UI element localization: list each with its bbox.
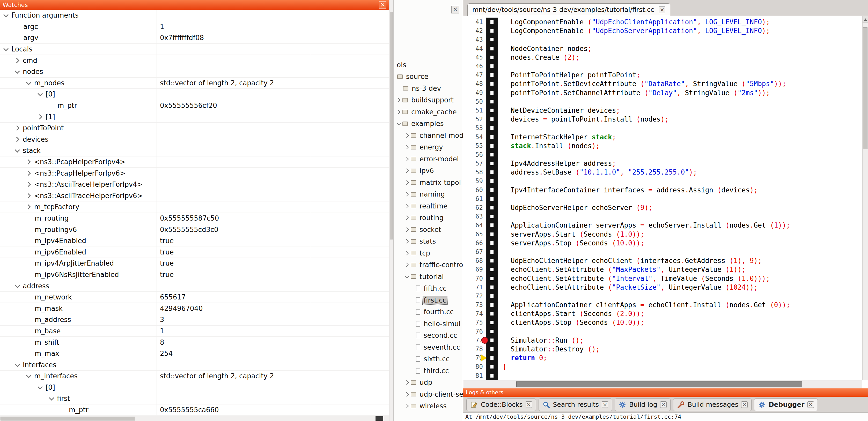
tree-item-energy[interactable]: energy [394,141,463,153]
line-number[interactable]: 48 [463,80,486,88]
editor-vertical-scrollbar[interactable] [862,16,868,380]
line-number[interactable]: 65 [463,231,486,238]
close-icon[interactable]: × [379,1,386,8]
line-number[interactable]: 61 [463,195,486,202]
chevron-down-icon[interactable] [15,362,20,367]
chevron-down-icon[interactable] [37,384,43,389]
line-number[interactable]: 43 [463,36,486,43]
breakpoint-margin[interactable] [486,221,498,230]
watch-row-devices[interactable]: devices [0,134,389,145]
watch-row-ns3-pcaphelperforipv4[interactable]: <ns3::PcapHelperForIpv4> [0,157,389,168]
watches-titlebar[interactable]: Watches × [0,0,389,10]
chevron-right-icon[interactable] [404,145,409,150]
watch-row-m-ipv4enabled[interactable]: m_ipv4Enabledtrue [0,235,389,247]
line-number[interactable]: 72 [463,292,486,300]
breakpoint-margin[interactable] [486,327,498,336]
breakpoint-margin[interactable] [486,150,498,159]
watch-row-m-network[interactable]: m_network655617 [0,292,389,303]
scrollbar-thumb[interactable] [516,382,802,387]
tree-item-cmake-cache[interactable]: cmake_cache [394,106,463,118]
chevron-right-icon[interactable] [404,227,409,232]
chevron-right-icon[interactable] [404,380,409,385]
logs-tab-search-results[interactable]: Search results× [538,398,612,411]
watches-horizontal-scrollbar[interactable] [0,416,389,421]
logs-tab-build-messages[interactable]: Build messages× [673,398,751,411]
line-number[interactable]: 80 [463,363,486,370]
chevron-down-icon[interactable] [49,395,54,400]
breakpoint-margin[interactable] [486,53,498,62]
watch-row-m-base[interactable]: m_base1 [0,326,389,337]
tree-item-ols[interactable]: ols [394,59,463,71]
tree-item-examples[interactable]: examples [394,118,463,130]
watch-row-pointtopoint[interactable]: pointToPoint [0,123,389,134]
line-number[interactable]: 66 [463,239,486,247]
scrollbar-thumb[interactable] [1,417,135,420]
tree-item-fourth-cc[interactable]: fourth.cc [394,306,463,318]
watch-row-m-routing[interactable]: m_routing0x555555587c50 [0,213,389,224]
watch-row-stack[interactable]: stack [0,145,389,157]
tree-item-routing[interactable]: routing [394,212,463,224]
chevron-right-icon[interactable] [404,157,409,161]
watch-row-argv[interactable]: argv0x7fffffffdf08 [0,32,389,44]
breakpoint-margin[interactable] [486,354,498,362]
line-number[interactable]: 60 [463,187,486,194]
tree-item-third-cc[interactable]: third.cc [394,365,463,377]
logs-tab-build-log[interactable]: Build log× [615,398,671,411]
tree-item-tutorial[interactable]: tutorial [394,271,463,283]
breakpoint-margin[interactable] [486,274,498,283]
breakpoint-margin[interactable] [486,89,498,97]
watch-row-ns3-pcaphelperforipv6[interactable]: <ns3::PcapHelperForIpv6> [0,168,389,179]
line-number[interactable]: 53 [463,124,486,132]
chevron-right-icon[interactable] [404,169,409,173]
breakpoint-margin[interactable] [486,71,498,79]
watch-row-m-shift[interactable]: m_shift8 [0,337,389,348]
chevron-right-icon[interactable] [404,392,409,396]
tree-item-first-cc[interactable]: first.cc [394,294,463,306]
watch-row-first[interactable]: first [0,393,389,404]
tree-item-channel-mod[interactable]: channel-mod [394,130,463,141]
tree-item-udp[interactable]: udp [394,377,463,389]
breakpoint-margin[interactable] [486,371,498,380]
scrollbar-thumb[interactable] [863,27,867,149]
tree-item-udp-client-ser[interactable]: udp-client-ser [394,388,463,400]
chevron-right-icon[interactable] [26,193,31,198]
line-number[interactable]: 51 [463,107,486,114]
close-icon[interactable]: × [451,6,459,13]
line-number[interactable]: 64 [463,222,486,229]
line-number[interactable]: 81 [463,372,486,379]
chevron-right-icon[interactable] [404,251,409,255]
tree-item-seventh-cc[interactable]: seventh.cc [394,342,463,353]
breakpoint-margin[interactable] [486,35,498,44]
breakpoint-margin[interactable] [486,318,498,327]
line-number[interactable]: 70 [463,275,486,282]
chevron-right-icon[interactable] [404,180,409,185]
breakpoint-margin[interactable] [486,292,498,300]
chevron-down-icon[interactable] [405,274,409,278]
watch-row-m-tcpfactory[interactable]: m_tcpFactory [0,201,389,213]
watch-row-address[interactable]: address [0,280,389,292]
close-icon[interactable]: × [659,6,665,13]
breakpoint-margin[interactable] [486,362,498,371]
tree-item-ns-3-dev[interactable]: ns-3-dev [394,83,463,94]
line-number[interactable]: 74 [463,310,486,317]
breakpoint-margin[interactable] [486,186,498,194]
tree-item-fifth-cc[interactable]: fifth.cc [394,283,463,295]
line-number[interactable]: 57 [463,160,486,167]
chevron-right-icon[interactable] [26,204,31,209]
line-number[interactable]: 76 [463,328,486,335]
breakpoint-margin[interactable] [486,309,498,318]
resize-grip[interactable] [375,416,383,421]
watch-row-argc[interactable]: argc1 [0,21,389,33]
watch-row-m-nodes[interactable]: m_nodesstd::vector of length 2, capacity… [0,77,389,89]
breakpoint-margin[interactable] [486,265,498,274]
breakpoint-margin[interactable] [486,212,498,221]
chevron-down-icon[interactable] [3,12,8,17]
breakpoint-margin[interactable] [486,124,498,132]
scrollbar-thumb[interactable] [390,12,393,239]
watch-row-1[interactable]: [1] [0,111,389,123]
watch-row-m-mask[interactable]: m_mask4294967040 [0,303,389,314]
chevron-right-icon[interactable] [404,133,409,137]
breakpoint-margin[interactable] [486,132,498,141]
tree-item-realtime[interactable]: realtime [394,200,463,212]
breakpoint-icon[interactable] [482,337,488,344]
